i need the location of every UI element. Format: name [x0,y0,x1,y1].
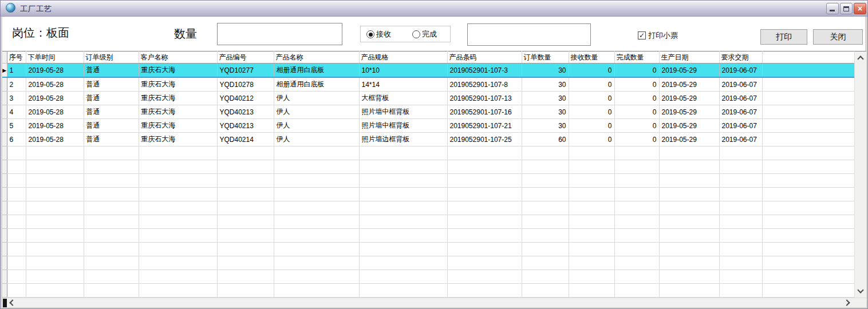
radio-receive[interactable]: 接收 [366,29,391,39]
vertical-scrollbar[interactable] [854,51,866,298]
grid-cell: 普通 [84,133,139,146]
scroll-up-icon[interactable] [857,56,863,62]
horizontal-scrollbar[interactable] [2,298,866,307]
grid-cell: 10*10 [359,64,447,78]
grid-cell: 重庆石大海 [139,105,217,119]
table-row[interactable]: 52019-05-28普通重庆石大海YQD40213伊人照片墙中框背板20190… [2,119,854,133]
grid-cell: YQD10277 [217,64,274,78]
column-header-5[interactable]: 产品编号 [217,52,274,64]
mode-radio-group: 接收 完成 [360,26,451,42]
grid-cell: 普通 [84,64,139,78]
grid-cell: YQD40212 [217,92,274,105]
column-header-7[interactable]: 产品规格 [359,52,447,64]
horizontal-scroll-thumb[interactable] [3,299,7,307]
scan-input[interactable] [467,23,591,46]
grid-cell: 伊人 [274,133,359,146]
maximize-button[interactable] [840,3,853,14]
radio-circle-icon [412,30,420,38]
current-row-pointer-icon: ▶ [2,64,7,77]
grid-cell: 30 [522,92,569,105]
scroll-right-icon[interactable] [843,299,850,306]
empty-row [2,270,854,284]
column-header-9[interactable]: 订单数量 [522,52,569,64]
radio-receive-label: 接收 [376,29,391,39]
grid-header-row: 序号下单时间订单级别客户名称产品编号产品名称产品规格产品条码订单数量接收数量完成… [2,52,854,64]
grid-cell: 0 [614,119,659,133]
minimize-button[interactable] [826,3,839,14]
grid-cell: 2019-05-28 [26,92,84,105]
table-row[interactable]: 62019-05-28普通重庆石大海YQD40214伊人照片墙边框背板20190… [2,133,854,146]
grid-cell: 30 [522,105,569,119]
grid-cell-filler [762,64,854,78]
table-row[interactable]: 22019-05-28普通重庆石大海YQD10278相册通用白底板14*1420… [2,77,854,92]
grid-cell: 2019052901-107-3 [447,64,522,78]
column-header-12[interactable]: 生产日期 [659,52,719,64]
column-header-13[interactable]: 要求交期 [719,52,762,64]
grid-cell: 30 [522,64,569,78]
grid-cell: 2019052901-107-21 [447,119,522,133]
row-selector[interactable]: ▶ [2,64,7,78]
minimize-icon [830,10,835,11]
grid-cell: 重庆石大海 [139,77,217,92]
grid-cell: 伊人 [274,105,359,119]
print-ticket-checkbox[interactable]: ✓ 打印小票 [638,30,678,41]
empty-row [2,215,854,229]
column-header-10[interactable]: 接收数量 [569,52,614,64]
grid-cell: 重庆石大海 [139,92,217,105]
column-header-8[interactable]: 产品条码 [447,52,522,64]
quantity-input[interactable] [217,23,342,45]
row-selector[interactable] [2,133,7,146]
grid-cell: 0 [569,105,614,119]
grid-cell: YQD40213 [217,119,274,133]
maximize-icon [843,6,849,11]
position-label: 岗位：板面 [12,25,69,41]
grid-cell: 2019-05-29 [659,64,719,78]
grid-cell: 6 [7,133,26,146]
close-window-button[interactable]: × [854,3,866,14]
grid-cell-filler [762,77,854,92]
row-selector[interactable] [2,77,7,92]
grid-cell: 30 [522,77,569,92]
grid-cell: 60 [522,133,569,146]
row-selector[interactable] [2,119,7,133]
column-header-4[interactable]: 客户名称 [139,52,217,64]
scroll-down-icon[interactable] [857,287,863,293]
scroll-left-icon[interactable] [9,299,15,306]
grid-cell: YQD40214 [217,133,274,146]
grid-cell-filler [762,133,854,146]
toolbar: 岗位：板面 数量 接收 完成 ✓ 打印小票 打印 关闭 [2,17,865,51]
grid-cell: 2019-05-28 [26,133,84,146]
grid-cell: 大框背板 [359,92,447,105]
selector-column-header [2,52,7,64]
column-header-3[interactable]: 订单级别 [84,52,139,64]
grid-cell: 伊人 [274,92,359,105]
print-ticket-label: 打印小票 [648,30,678,41]
grid-cell: 相册通用白底板 [274,77,359,92]
table-row[interactable]: ▶12019-05-28普通重庆石大海YQD10277相册通用白底板10*102… [2,64,854,78]
column-header-1[interactable]: 序号 [7,52,26,64]
table-row[interactable]: 32019-05-28普通重庆石大海YQD40212伊人大框背板20190529… [2,92,854,105]
grid-cell-filler [762,92,854,105]
grid-cell: 3 [7,92,26,105]
close-button[interactable]: 关闭 [813,29,863,45]
row-selector[interactable] [2,105,7,119]
grid-cell: 1 [7,64,26,78]
grid-cell: 0 [614,92,659,105]
grid-cell-filler [762,105,854,119]
radio-complete[interactable]: 完成 [412,29,437,39]
column-header-11[interactable]: 完成数量 [614,52,659,64]
column-header-6[interactable]: 产品名称 [274,52,359,64]
row-selector[interactable] [2,92,7,105]
print-button[interactable]: 打印 [760,29,807,45]
grid-cell: 2019052901-107-25 [447,133,522,146]
grid-cell: 2019-05-29 [659,77,719,92]
grid-cell: 2019-06-07 [719,133,762,146]
grid-cell: 2019-06-07 [719,92,762,105]
grid-cell: 2019-06-07 [719,119,762,133]
grid-cell: 2019-05-29 [659,133,719,146]
grid-cell: 0 [569,64,614,78]
table-row[interactable]: 42019-05-28普通重庆石大海YQD40213伊人照片墙中框背板20190… [2,105,854,119]
empty-row [2,174,854,188]
grid-cell: 0 [569,92,614,105]
column-header-2[interactable]: 下单时间 [26,52,84,64]
